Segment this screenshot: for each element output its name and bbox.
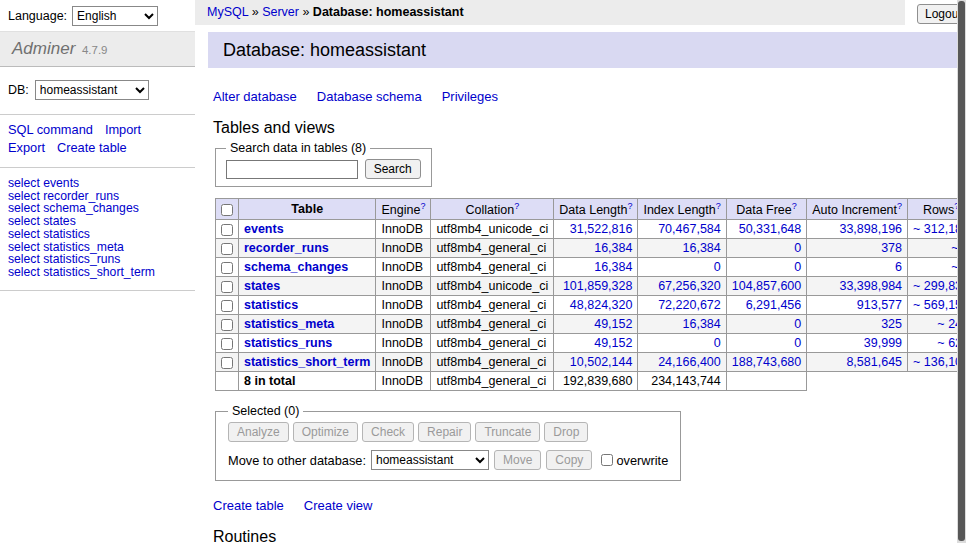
move-db-select[interactable]: homeassistant xyxy=(371,450,489,470)
data-length-link[interactable]: 10,502,144 xyxy=(570,355,633,369)
db-action-link[interactable]: Database schema xyxy=(317,89,422,104)
table-name-link[interactable]: states xyxy=(244,279,280,293)
table-name-cell: recorder_runs xyxy=(239,239,376,258)
data-length-link[interactable]: 49,152 xyxy=(594,336,632,350)
table-name-link[interactable]: statistics_meta xyxy=(244,317,334,331)
create-link[interactable]: Create table xyxy=(213,498,284,513)
index-length-link[interactable]: 24,166,400 xyxy=(658,355,721,369)
data-length-cell: 16,384 xyxy=(554,239,638,258)
index-length-link[interactable]: 72,220,672 xyxy=(658,298,721,312)
footer-total-cell: 8 in total xyxy=(239,372,376,391)
sidebar-action-link[interactable]: SQL command xyxy=(8,122,93,137)
data-length-link[interactable]: 16,384 xyxy=(594,260,632,274)
auto-increment-link[interactable]: 913,577 xyxy=(857,298,902,312)
table-name-link[interactable]: schema_changes xyxy=(244,260,348,274)
data-free-link[interactable]: 0 xyxy=(794,241,801,255)
column-help-link[interactable]: ? xyxy=(897,201,902,211)
breadcrumb-link[interactable]: MySQL xyxy=(207,5,248,19)
column-help-link[interactable]: ? xyxy=(716,201,721,211)
row-checkbox[interactable] xyxy=(221,224,233,236)
table-name-link[interactable]: statistics xyxy=(244,298,298,312)
engine-cell: InnoDB xyxy=(376,277,431,296)
search-input[interactable] xyxy=(226,160,358,179)
auto-increment-cell: 378 xyxy=(807,239,908,258)
overwrite-label: overwrite xyxy=(616,453,668,468)
data-length-link[interactable]: 31,522,816 xyxy=(570,222,633,236)
row-checkbox[interactable] xyxy=(221,281,233,293)
sidebar-action-link[interactable]: Create table xyxy=(57,140,127,155)
row-checkbox[interactable] xyxy=(221,300,233,312)
index-length-link[interactable]: 16,384 xyxy=(683,241,721,255)
auto-increment-link[interactable]: 8,581,645 xyxy=(846,355,902,369)
db-action-link[interactable]: Alter database xyxy=(213,89,297,104)
selected-legend: Selected (0) xyxy=(228,404,303,418)
data-free-link[interactable]: 0 xyxy=(794,260,801,274)
sidebar-action-link[interactable]: Import xyxy=(105,122,141,137)
sidebar-action-link[interactable]: Export xyxy=(8,140,45,155)
collation-cell: utf8mb4_general_ci xyxy=(431,296,554,315)
bulk-optimize-button[interactable]: Optimize xyxy=(293,422,358,442)
table-name-link[interactable]: statistics_runs xyxy=(244,336,332,350)
data-free-link[interactable]: 0 xyxy=(794,317,801,331)
vertical-scrollbar[interactable] xyxy=(957,0,966,543)
data-length-link[interactable]: 48,824,320 xyxy=(570,298,633,312)
auto-increment-link[interactable]: 325 xyxy=(881,317,902,331)
total-label: 8 in total xyxy=(244,374,295,388)
data-length-cell: 10,502,144 xyxy=(554,353,638,372)
adminer-logo[interactable]: Adminer xyxy=(12,39,75,58)
data-free-link[interactable]: 104,857,600 xyxy=(732,279,802,293)
row-checkbox[interactable] xyxy=(221,262,233,274)
select-all-cell xyxy=(216,199,239,220)
data-free-link[interactable]: 0 xyxy=(794,336,801,350)
scrollbar-thumb[interactable] xyxy=(958,1,965,541)
index-length-link[interactable]: 70,467,584 xyxy=(658,222,721,236)
data-length-cell: 49,152 xyxy=(554,315,638,334)
language-select[interactable]: English xyxy=(72,6,158,26)
auto-increment-link[interactable]: 6 xyxy=(895,260,902,274)
move-button[interactable]: Move xyxy=(494,450,541,470)
table-name-link[interactable]: statistics_short_term xyxy=(244,355,370,369)
db-select[interactable]: homeassistant xyxy=(35,80,149,100)
auto-increment-link[interactable]: 39,999 xyxy=(864,336,902,350)
copy-button[interactable]: Copy xyxy=(546,450,592,470)
index-length-link[interactable]: 67,256,320 xyxy=(658,279,721,293)
data-length-link[interactable]: 101,859,328 xyxy=(563,279,633,293)
auto-increment-link[interactable]: 378 xyxy=(881,241,902,255)
bulk-repair-button[interactable]: Repair xyxy=(418,422,471,442)
row-checkbox[interactable] xyxy=(221,319,233,331)
data-free-link[interactable]: 188,743,680 xyxy=(732,355,802,369)
row-checkbox[interactable] xyxy=(221,338,233,350)
breadcrumb-link[interactable]: Server xyxy=(262,5,299,19)
data-length-link[interactable]: 49,152 xyxy=(594,317,632,331)
data-length-link[interactable]: 16,384 xyxy=(594,241,632,255)
data-length-cell: 49,152 xyxy=(554,334,638,353)
overwrite-checkbox[interactable] xyxy=(601,454,613,466)
column-header-collation: Collation? xyxy=(431,199,554,220)
column-help-link[interactable]: ? xyxy=(514,201,519,211)
sidebar-table-link[interactable]: select statistics_short_term xyxy=(8,265,155,279)
select-all-checkbox[interactable] xyxy=(221,204,233,216)
bulk-check-button[interactable]: Check xyxy=(362,422,414,442)
auto-increment-link[interactable]: 33,898,196 xyxy=(839,222,902,236)
row-checkbox[interactable] xyxy=(221,357,233,369)
create-link[interactable]: Create view xyxy=(304,498,373,513)
auto-increment-link[interactable]: 33,398,984 xyxy=(839,279,902,293)
table-name-link[interactable]: recorder_runs xyxy=(244,241,329,255)
search-button[interactable]: Search xyxy=(365,159,421,179)
index-length-link[interactable]: 0 xyxy=(714,260,721,274)
index-length-link[interactable]: 0 xyxy=(714,336,721,350)
row-checkbox[interactable] xyxy=(221,243,233,255)
auto-increment-cell: 6 xyxy=(807,258,908,277)
data-free-link[interactable]: 50,331,648 xyxy=(739,222,802,236)
column-help-link[interactable]: ? xyxy=(420,201,425,211)
bulk-drop-button[interactable]: Drop xyxy=(544,422,588,442)
bulk-truncate-button[interactable]: Truncate xyxy=(475,422,540,442)
column-help-link[interactable]: ? xyxy=(792,201,797,211)
column-header-data-free: Data Free? xyxy=(726,199,807,220)
data-free-link[interactable]: 6,291,456 xyxy=(746,298,802,312)
table-name-link[interactable]: events xyxy=(244,222,284,236)
index-length-link[interactable]: 16,384 xyxy=(683,317,721,331)
column-help-link[interactable]: ? xyxy=(627,201,632,211)
db-action-link[interactable]: Privileges xyxy=(442,89,498,104)
bulk-analyze-button[interactable]: Analyze xyxy=(228,422,289,442)
